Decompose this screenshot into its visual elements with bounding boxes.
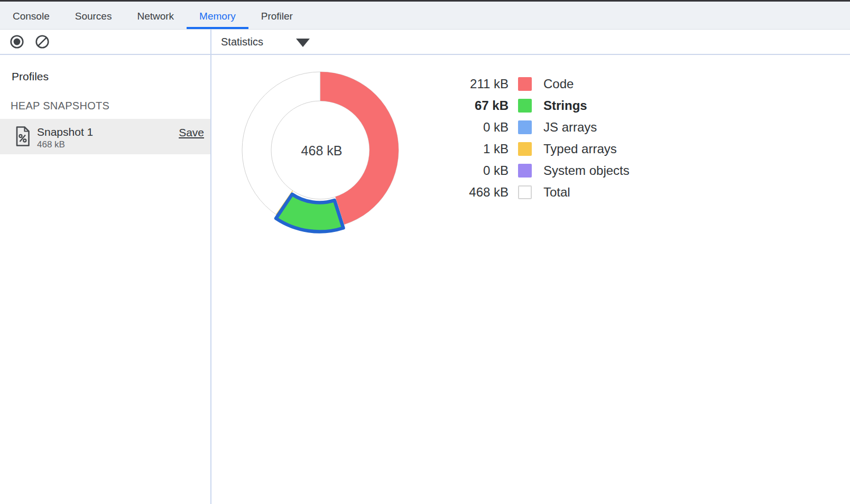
perspective-select-value: Statistics: [221, 36, 263, 48]
legend-row-total[interactable]: 468 kB Total: [456, 185, 630, 200]
legend-label: Code: [543, 77, 574, 91]
snapshot-text: Snapshot 1 468 kB: [37, 126, 93, 150]
tab-label: Console: [13, 11, 50, 22]
snapshot-size: 468 kB: [37, 139, 93, 150]
legend-row-typed-arrays[interactable]: 1 kB Typed arrays: [456, 142, 630, 156]
legend-value: 0 kB: [456, 120, 509, 135]
tab-label: Profiler: [261, 11, 293, 22]
legend-value: 0 kB: [456, 163, 509, 178]
legend-color-swatch: [518, 77, 532, 91]
tab-profiler[interactable]: Profiler: [248, 2, 306, 29]
profiles-heading: Profiles: [12, 70, 49, 83]
record-heap-snapshot-button[interactable]: [9, 34, 25, 50]
legend-color-swatch: [518, 99, 532, 113]
legend-label: System objects: [543, 163, 630, 178]
tab-label: Sources: [75, 11, 112, 22]
legend-color-swatch: [518, 120, 532, 134]
legend-color-swatch: [518, 164, 532, 178]
legend-color-swatch: [518, 185, 532, 199]
clear-profiles-button[interactable]: [34, 34, 50, 50]
legend-row-js-arrays[interactable]: 0 kB JS arrays: [456, 120, 630, 135]
legend-value: 1 kB: [456, 142, 509, 156]
donut-center-total-label: 468 kB: [283, 143, 360, 158]
legend-value: 211 kB: [456, 77, 509, 91]
legend-color-swatch: [518, 142, 532, 156]
profiler-toolbar: [0, 30, 210, 55]
legend-label: Typed arrays: [543, 142, 617, 156]
legend-label: Total: [543, 185, 570, 200]
perspective-select[interactable]: Statistics: [221, 36, 310, 48]
triangle-down-icon: [296, 39, 310, 47]
heap-snapshot-file-icon: [15, 126, 31, 146]
tab-bar: Console Sources Network Memory Profiler: [0, 2, 850, 30]
tab-console[interactable]: Console: [0, 2, 62, 29]
legend-row-strings[interactable]: 67 kB Strings: [456, 98, 630, 113]
legend-label: JS arrays: [543, 120, 597, 135]
save-snapshot-link[interactable]: Save: [179, 126, 204, 139]
legend-row-code[interactable]: 211 kB Code: [456, 77, 630, 91]
tab-memory[interactable]: Memory: [187, 2, 248, 29]
chart-legend: 211 kB Code 67 kB Strings 0 kB JS arrays…: [456, 77, 630, 207]
heap-snapshots-section-heading: HEAP SNAPSHOTS: [11, 100, 109, 112]
legend-value: 468 kB: [456, 185, 509, 200]
legend-row-system-objects[interactable]: 0 kB System objects: [456, 163, 630, 178]
view-toolbar: Statistics: [211, 30, 850, 55]
tab-label: Memory: [199, 11, 236, 22]
tab-sources[interactable]: Sources: [62, 2, 125, 29]
sidebar-item-snapshot-1[interactable]: Snapshot 1 468 kB Save: [0, 119, 210, 154]
panel-divider[interactable]: [210, 30, 211, 504]
snapshot-name: Snapshot 1: [37, 126, 93, 138]
legend-value: 67 kB: [456, 98, 509, 113]
legend-label: Strings: [543, 98, 587, 113]
tab-label: Network: [137, 11, 174, 22]
tab-network[interactable]: Network: [124, 2, 187, 29]
